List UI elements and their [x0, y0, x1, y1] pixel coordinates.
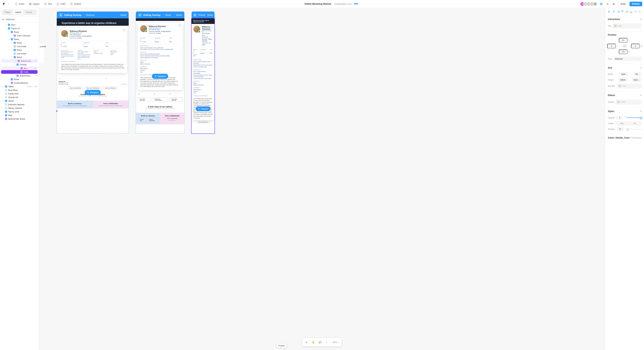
position-left[interactable]: [607, 44, 616, 48]
align-top-icon[interactable]: [621, 10, 624, 13]
add-interaction-icon[interactable]: +: [640, 18, 642, 21]
height-mode-select[interactable]: View⌄: [632, 78, 642, 82]
project-title[interactable]: Pebble Marketing Website: [304, 3, 331, 5]
position-type-select[interactable]: Absolute⌄: [614, 57, 642, 61]
layer-row[interactable]: ▸Nanny circle: [0, 110, 39, 114]
layer-row[interactable]: But…✦: [1, 66, 38, 70]
app-logo[interactable]: [2, 2, 6, 6]
play-icon[interactable]: ▸: [193, 13, 196, 17]
position-top[interactable]: [619, 38, 628, 43]
layer-row[interactable]: Nanny_network: [0, 106, 39, 110]
tab-pages[interactable]: Pages: [2, 10, 13, 15]
tab-layers[interactable]: Layers: [13, 10, 24, 15]
tab-assets[interactable]: Assets: [24, 10, 34, 15]
position-right[interactable]: [631, 44, 640, 48]
insert-button[interactable]: ＋Insert: [13, 2, 26, 6]
layer-row[interactable]: ▾Overlay: [0, 63, 39, 66]
opacity-slider[interactable]: [626, 117, 642, 118]
gear-icon[interactable]: ⚙: [605, 2, 610, 7]
comment-tool[interactable]: 💬: [317, 339, 323, 345]
done-button[interactable]: Done: [207, 14, 213, 16]
layer-row[interactable]: ▸Tablet1199 — 810: [0, 85, 39, 88]
layer-row[interactable]: Buttons/Tab, Active: [0, 117, 39, 121]
cursor-tool[interactable]: ↖: [304, 339, 310, 345]
height-input[interactable]: [618, 78, 628, 82]
layer-row[interactable]: ▸Rebecca O…✦: [1, 59, 38, 63]
see-more-nannies[interactable]: See more Nannies: [103, 87, 118, 90]
visible-toggle[interactable]: Yes No: [615, 121, 642, 126]
layer-row[interactable]: ▾Rows: [0, 55, 39, 59]
add-effect-icon[interactable]: +: [640, 94, 642, 97]
add-appear-button[interactable]: +Add...: [616, 100, 642, 105]
theme-toggle[interactable]: ☾: [324, 339, 330, 345]
see-more-childminders[interactable]: See more Childminders: [85, 87, 102, 90]
rotation-slider[interactable]: [627, 129, 642, 129]
close-icon[interactable]: ✕: [210, 26, 212, 29]
layer-row[interactable]: ▾Frame 13: [0, 27, 39, 30]
close-icon[interactable]: ✕: [178, 24, 181, 27]
layer-row[interactable]: Line break: [0, 45, 39, 48]
close-icon[interactable]: ✕: [123, 29, 126, 32]
layer-row[interactable]: Line break: [0, 52, 39, 55]
layer-row[interactable]: Exclusive Nannies: [0, 103, 39, 106]
chevron-down-icon[interactable]: ⌄: [35, 19, 36, 20]
rotation-input[interactable]: [617, 127, 624, 131]
add-tap-button[interactable]: ⚡Add...: [612, 23, 642, 29]
layer-row[interactable]: ▸Rows: [0, 48, 39, 52]
layer-row[interactable]: Busy Bees: [0, 88, 39, 92]
layout-button[interactable]: ▦Layout: [27, 2, 41, 6]
artboard-phone[interactable]: ▸Phone Done Experience a better way to o…: [192, 12, 214, 133]
layer-row[interactable]: Buttons/Sec…✦: [0, 74, 39, 78]
layer-row[interactable]: Carer Carousel: [0, 34, 39, 38]
done-button[interactable]: Done: [176, 14, 182, 16]
add-size-icon[interactable]: +: [640, 66, 642, 69]
layer-row[interactable]: ▸Rows: [0, 78, 39, 81]
layer-row[interactable]: Footers/Normal: [0, 81, 39, 85]
artboard-desktop[interactable]: ▸Editing Overlay·Desktop Done Experience…: [57, 12, 129, 133]
zoom-control[interactable]: 40%▾: [331, 341, 340, 343]
add-minmax-button[interactable]: +Add...: [617, 84, 642, 89]
play-icon[interactable]: ▶: [612, 2, 617, 7]
add-style-icon[interactable]: +: [640, 110, 642, 113]
viewport-badge[interactable]: ⇅ Viewport: [152, 74, 168, 79]
invite-button[interactable]: Invite: [618, 2, 628, 6]
chevron-down-icon[interactable]: ▾: [8, 3, 9, 5]
hand-tool[interactable]: ✋: [310, 339, 316, 345]
align-right-icon[interactable]: [616, 10, 620, 13]
page-path[interactable]: ⊕ /childcare ⌄: [0, 17, 39, 22]
globe-icon[interactable]: 🌐: [599, 2, 604, 7]
width-mode-select[interactable]: Fit⌄: [634, 72, 642, 76]
position-anchor[interactable]: [622, 44, 627, 48]
viewport-badge[interactable]: ⇅ Viewport: [85, 90, 101, 95]
publish-button[interactable]: Publish: [630, 2, 642, 6]
align-v-center-icon[interactable]: [625, 10, 628, 13]
distribute-h-icon[interactable]: [634, 10, 637, 13]
distribute-v-icon[interactable]: [638, 10, 642, 13]
layer-row[interactable]: ▸Storal: [0, 99, 39, 103]
see-more-nurseries[interactable]: See more Nurseries: [68, 87, 83, 90]
opacity-input[interactable]: [616, 116, 623, 120]
align-bottom-icon[interactable]: [630, 10, 633, 13]
play-icon[interactable]: ▸: [59, 13, 62, 17]
layer-row[interactable]: Family First: [0, 92, 39, 96]
layer-row[interactable]: Grandir UK: [0, 96, 39, 99]
position-bottom[interactable]: [619, 50, 628, 54]
collaborator-avatars[interactable]: GP BH AP CB 10: [581, 2, 597, 6]
cms-button[interactable]: ≡CMS: [55, 2, 67, 6]
canvas[interactable]: y Circle. ▸Editing Overlay·Desktop Done …: [39, 8, 605, 350]
layer-row[interactable]: ▾Rows: [0, 30, 39, 34]
text-button[interactable]: TText: [42, 2, 53, 6]
layer-row[interactable]: ▸Map: [0, 114, 39, 117]
viewport-badge[interactable]: ⇅ Viewport: [196, 107, 210, 111]
align-left-icon[interactable]: [608, 10, 611, 13]
avatar-more[interactable]: 10: [593, 2, 597, 6]
artboard-tablet[interactable]: ▸Editing Overlay·Tablet Done ✕ Rebecca O…: [136, 12, 184, 133]
play-icon[interactable]: ▸: [138, 13, 142, 17]
layer-tree[interactable]: ▸Hero▾Frame 13▾RowsCarer Carousel▾Rows▸R…: [0, 22, 39, 350]
align-h-center-icon[interactable]: [612, 10, 616, 13]
layer-row[interactable]: ▸Hero: [0, 23, 39, 27]
done-button[interactable]: Done: [120, 14, 126, 16]
layer-row[interactable]: ▾Rows: [0, 38, 39, 41]
actions-button[interactable]: ⚡Actions: [68, 2, 82, 6]
layer-row[interactable]: ▸Rows: [0, 41, 39, 45]
